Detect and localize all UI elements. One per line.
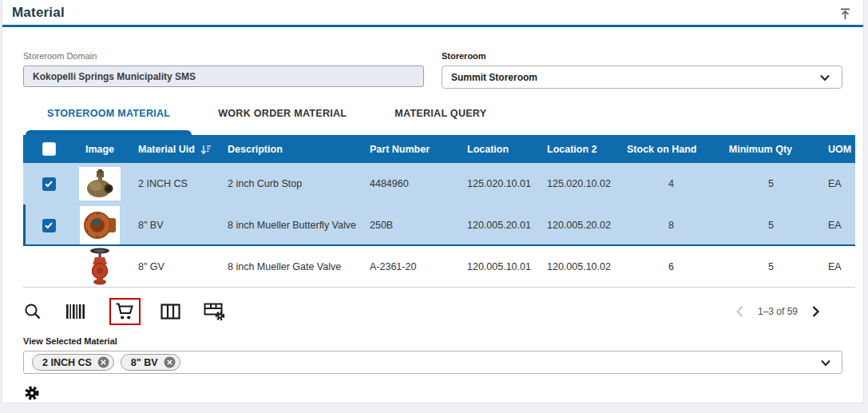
cell-stock-on-hand: 4 — [614, 178, 696, 189]
remove-chip-icon[interactable] — [164, 356, 176, 368]
material-panel: Material Storeroom Domain Kokopelli Spri… — [2, 0, 864, 403]
storeroom-form: Storeroom Domain Kokopelli Springs Munic… — [23, 51, 842, 89]
cell-part-number: A-2361-20 — [357, 261, 454, 272]
grid-settings-icon[interactable] — [204, 302, 225, 321]
title-divider — [2, 25, 863, 27]
column-header-uom[interactable]: UOM — [796, 144, 855, 155]
column-header-location-2[interactable]: Location 2 — [534, 144, 614, 155]
pagination-range: 1–3 of 59 — [758, 306, 798, 317]
cell-stock-on-hand: 6 — [614, 261, 696, 272]
previous-page-icon[interactable] — [734, 305, 747, 318]
barcode-icon[interactable] — [65, 303, 86, 320]
cell-stock-on-hand: 8 — [614, 220, 696, 231]
cell-description: 8 inch Mueller Butterfly Valve — [215, 220, 357, 231]
cell-location-2: 120.005.10.02 — [534, 261, 614, 272]
storeroom-domain-label: Storeroom Domain — [23, 51, 424, 61]
column-header-minimum-qty[interactable]: Minimum Qty — [696, 144, 796, 155]
tab-work-order-material[interactable]: WORK ORDER MATERIAL — [194, 108, 371, 130]
cell-location: 120.005.10.01 — [454, 261, 534, 272]
select-all-checkbox[interactable] — [42, 142, 56, 156]
cell-part-number: 4484960 — [357, 178, 454, 189]
selected-chip: 2 INCH CS — [32, 354, 114, 371]
column-header-stock-on-hand[interactable]: Stock on Hand — [614, 144, 696, 155]
cell-description: 2 inch Curb Stop — [215, 178, 357, 189]
selected-chip: 8" BV — [121, 354, 180, 371]
column-header-material-uid[interactable]: Material Uid — [125, 144, 215, 155]
chevron-down-icon — [817, 69, 833, 85]
table-row[interactable]: 8" GV 8 inch Mueller Gate Valve A-2361-2… — [23, 246, 855, 288]
cell-description: 8 inch Mueller Gate Valve — [215, 261, 357, 272]
material-image-butterfly-valve — [80, 206, 120, 244]
material-grid: Image Material Uid Description Pa — [23, 135, 855, 288]
column-header-part-number[interactable]: Part Number — [357, 144, 454, 155]
search-icon[interactable] — [23, 302, 42, 321]
grid-header-row: Image Material Uid Description Pa — [23, 135, 855, 163]
view-selected-material-label: View Selected Material — [23, 336, 842, 346]
table-row[interactable]: 8" BV 8 inch Mueller Butterfly Valve 250… — [23, 205, 855, 246]
scroll-to-top-icon[interactable] — [838, 6, 852, 21]
tab-storeroom-material[interactable]: STOREROOM MATERIAL — [23, 108, 194, 130]
shopping-cart-icon[interactable] — [109, 298, 141, 325]
cell-material-uid: 8" GV — [125, 261, 215, 272]
material-image-gate-valve — [84, 247, 116, 287]
grid-toolbar: 1–3 of 59 — [23, 296, 842, 327]
settings-gear-icon[interactable] — [23, 384, 41, 402]
cell-material-uid: 8" BV — [125, 220, 215, 231]
cell-location: 125.020.10.01 — [454, 178, 534, 189]
column-header-image[interactable]: Image — [74, 144, 125, 155]
cell-minimum-qty: 5 — [696, 178, 796, 189]
cell-uom: EA — [796, 178, 855, 189]
chevron-down-icon — [818, 355, 834, 371]
cell-uom: EA — [796, 261, 855, 272]
table-row[interactable]: 2 INCH CS 2 inch Curb Stop 4484960 125.0… — [23, 163, 855, 205]
page-title: Material — [12, 5, 65, 21]
cell-part-number: 250B — [357, 220, 454, 231]
view-selected-material-select[interactable]: 2 INCH CS 8" BV — [23, 351, 842, 374]
cell-location-2: 125.020.10.02 — [534, 178, 614, 189]
material-image-curb-stop — [79, 167, 121, 201]
storeroom-select-value: Summit Storeroom — [451, 72, 537, 83]
remove-chip-icon[interactable] — [97, 356, 109, 368]
column-header-description[interactable]: Description — [215, 144, 357, 155]
row-checkbox[interactable] — [42, 219, 56, 232]
cell-minimum-qty: 5 — [696, 220, 796, 231]
cell-uom: EA — [796, 220, 855, 231]
row-checkbox[interactable] — [42, 177, 56, 191]
pagination: 1–3 of 59 — [734, 305, 822, 318]
chip-label: 8" BV — [131, 357, 158, 368]
sort-descending-icon — [200, 144, 212, 155]
column-chooser-icon[interactable] — [161, 303, 180, 320]
page-header: Material — [2, 0, 863, 25]
storeroom-select[interactable]: Summit Storeroom — [442, 66, 842, 89]
chip-label: 2 INCH CS — [42, 357, 92, 368]
next-page-icon[interactable] — [809, 305, 822, 318]
storeroom-label: Storeroom — [442, 51, 842, 61]
storeroom-domain-field: Kokopelli Springs Municipality SMS — [23, 66, 424, 87]
material-tabs: STOREROOM MATERIAL WORK ORDER MATERIAL M… — [23, 108, 842, 130]
cell-location: 120.005.20.01 — [454, 220, 534, 231]
column-header-location[interactable]: Location — [454, 144, 534, 155]
cell-location-2: 120.005.20.02 — [534, 220, 614, 231]
cell-material-uid: 2 INCH CS — [125, 178, 215, 189]
cell-minimum-qty: 5 — [696, 261, 796, 272]
tab-material-query[interactable]: MATERIAL QUERY — [371, 108, 510, 130]
